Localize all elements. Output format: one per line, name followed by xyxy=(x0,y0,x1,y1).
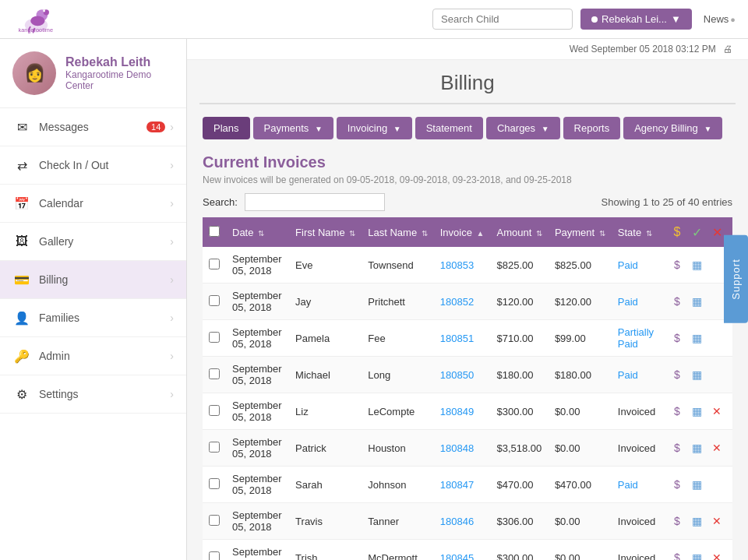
invoice-link-1[interactable]: 180852 xyxy=(440,296,474,308)
sidebar-item-billing[interactable]: 💳 Billing › xyxy=(0,261,186,299)
th-lastname[interactable]: Last Name ⇅ xyxy=(362,217,433,247)
cell-state-2: Partially Paid xyxy=(612,320,662,357)
th-payment[interactable]: Payment ⇅ xyxy=(549,217,612,247)
table-row: September 05, 2018 Trish McDermott 18084… xyxy=(203,540,732,561)
row-checkbox-2[interactable] xyxy=(209,332,220,343)
th-firstname[interactable]: First Name ⇅ xyxy=(289,217,362,247)
row-checkbox-8[interactable] xyxy=(209,551,220,561)
tab-statement[interactable]: Statement xyxy=(415,117,483,139)
cell-firstname-1: Jay xyxy=(289,284,362,320)
sidebar-label-messages: Messages xyxy=(39,121,146,133)
search-input[interactable] xyxy=(432,9,573,30)
table-search-input[interactable] xyxy=(245,193,385,211)
action-dollar-4[interactable]: $ xyxy=(669,403,685,419)
invoice-link-3[interactable]: 180850 xyxy=(440,369,474,381)
tab-agencybilling[interactable]: Agency Billing ▼ xyxy=(623,117,722,139)
th-state[interactable]: State ⇅ xyxy=(612,217,662,247)
support-button[interactable]: Support xyxy=(724,235,748,323)
action-dollar-1[interactable]: $ xyxy=(669,294,685,309)
cell-payment-6: $470.00 xyxy=(549,467,612,503)
cell-lastname-1: Pritchett xyxy=(362,284,433,320)
invoice-link-0[interactable]: 180853 xyxy=(440,259,474,271)
action-grid-4[interactable]: ▦ xyxy=(690,403,705,419)
user-button[interactable]: Rebekah Lei... ▼ xyxy=(580,9,692,30)
action-dollar-0[interactable]: $ xyxy=(669,257,685,273)
action-grid-5[interactable]: ▦ xyxy=(690,440,705,456)
action-delete-7[interactable]: ✕ xyxy=(709,513,725,529)
action-delete-4[interactable]: ✕ xyxy=(709,403,725,419)
invoice-link-2[interactable]: 180851 xyxy=(440,333,474,344)
action-grid-6[interactable]: ▦ xyxy=(690,477,705,492)
invoice-link-8[interactable]: 180845 xyxy=(440,552,474,561)
tab-invoicing[interactable]: Invoicing ▼ xyxy=(337,117,412,139)
action-delete-5[interactable]: ✕ xyxy=(709,440,725,456)
cell-lastname-5: Houston xyxy=(362,430,433,467)
nav-arrow-settings: › xyxy=(170,388,174,400)
table-row: September 05, 2018 Liz LeCompte 180849 $… xyxy=(203,393,732,430)
sidebar-item-families[interactable]: 👤 Families › xyxy=(0,299,186,337)
action-dollar-2[interactable]: $ xyxy=(669,330,685,346)
invoice-link-6[interactable]: 180847 xyxy=(440,479,474,491)
action-grid-0[interactable]: ▦ xyxy=(690,257,705,273)
tab-reports[interactable]: Reports xyxy=(563,117,621,139)
action-grid-8[interactable]: ▦ xyxy=(690,550,705,560)
cell-amount-2: $710.00 xyxy=(490,320,548,357)
action-dollar-7[interactable]: $ xyxy=(669,513,685,529)
invoice-link-7[interactable]: 180846 xyxy=(440,516,474,527)
th-date[interactable]: Date ⇅ xyxy=(226,217,289,247)
sidebar-item-checkinout[interactable]: ⇄ Check In / Out › xyxy=(0,146,186,185)
section-title: Current Invoices xyxy=(203,153,732,171)
select-all-checkbox[interactable] xyxy=(209,226,220,237)
action-grid-2[interactable]: ▦ xyxy=(690,330,705,346)
sidebar-item-settings[interactable]: ⚙ Settings › xyxy=(0,375,186,414)
th-amount[interactable]: Amount ⇅ xyxy=(490,217,548,247)
action-dollar-3[interactable]: $ xyxy=(669,367,685,382)
cell-payment-8: $0.00 xyxy=(549,540,612,561)
action-delete-8[interactable]: ✕ xyxy=(709,550,725,560)
billing-icon: 💳 xyxy=(12,270,31,289)
action-grid-3[interactable]: ▦ xyxy=(690,367,705,382)
sidebar: 👩 Rebekah Leith Kangarootime Demo Center… xyxy=(0,39,187,560)
sidebar-label-families: Families xyxy=(39,312,170,324)
invoice-link-5[interactable]: 180848 xyxy=(440,442,474,454)
news-link[interactable]: News xyxy=(704,13,729,25)
datetime-text: Wed September 05 2018 03:12 PM xyxy=(570,44,716,55)
action-grid-7[interactable]: ▦ xyxy=(690,513,705,529)
sidebar-label-admin: Admin xyxy=(39,350,170,362)
row-checkbox-7[interactable] xyxy=(209,515,220,526)
th-checkbox[interactable] xyxy=(203,217,226,247)
section-subtitle: New invoices will be generated on 09-05-… xyxy=(203,174,732,185)
action-dollar-6[interactable]: $ xyxy=(669,477,685,492)
sidebar-item-gallery[interactable]: 🖼 Gallery › xyxy=(0,223,186,261)
cell-actions-0: $ ▦ xyxy=(662,247,732,284)
sidebar-item-calendar[interactable]: 📅 Calendar › xyxy=(0,185,186,223)
row-checkbox-3[interactable] xyxy=(209,368,220,379)
tab-plans[interactable]: Plans xyxy=(203,117,250,139)
cell-date-2: September 05, 2018 xyxy=(226,320,289,357)
print-icon[interactable]: 🖨 xyxy=(723,44,732,55)
cell-firstname-2: Pamela xyxy=(289,320,362,357)
cell-date-8: September 05, 2018 xyxy=(226,540,289,561)
page-title: Billing xyxy=(199,60,736,104)
invoice-link-4[interactable]: 180849 xyxy=(440,406,474,417)
cell-firstname-0: Eve xyxy=(289,247,362,284)
action-grid-1[interactable]: ▦ xyxy=(690,294,705,309)
cell-actions-1: $ ▦ xyxy=(662,284,732,320)
row-checkbox-0[interactable] xyxy=(209,259,220,269)
action-dollar-5[interactable]: $ xyxy=(669,440,685,456)
row-checkbox-4[interactable] xyxy=(209,405,220,416)
cell-lastname-3: Long xyxy=(362,357,433,393)
action-dollar-8[interactable]: $ xyxy=(669,550,685,560)
sidebar-item-messages[interactable]: ✉ Messages 14 › xyxy=(0,108,186,146)
tab-charges[interactable]: Charges ▼ xyxy=(486,117,560,139)
th-invoice[interactable]: Invoice ▲ xyxy=(434,217,491,247)
row-checkbox-1[interactable] xyxy=(209,295,220,306)
row-checkbox-6[interactable] xyxy=(209,478,220,489)
nav-arrow-admin: › xyxy=(170,350,174,362)
cell-date-4: September 05, 2018 xyxy=(226,393,289,430)
nav-arrow-gallery: › xyxy=(170,235,174,248)
tab-payments[interactable]: Payments ▼ xyxy=(253,117,333,139)
sidebar-item-admin[interactable]: 🔑 Admin › xyxy=(0,337,186,375)
user-center: Kangarootime Demo Center xyxy=(65,69,174,91)
row-checkbox-5[interactable] xyxy=(209,442,220,453)
